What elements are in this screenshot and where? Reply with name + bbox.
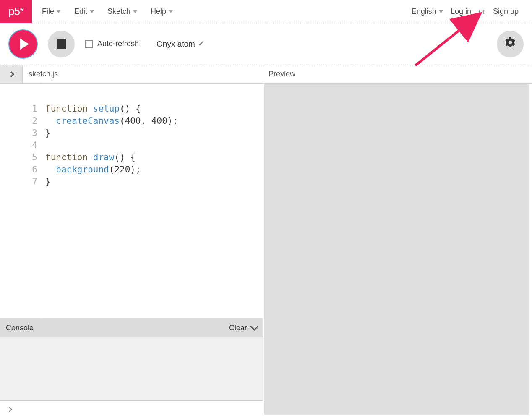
gear-icon: [504, 36, 516, 52]
login-link[interactable]: Log in: [451, 7, 471, 16]
sketch-name-text: Onyx atom: [156, 39, 195, 49]
menu-edit[interactable]: Edit: [74, 7, 94, 16]
preview-header: Preview: [263, 65, 532, 84]
menubar-right: English Log in or Sign up: [412, 7, 532, 16]
play-button[interactable]: [8, 29, 38, 59]
menubar: p5* File Edit Sketch Help English Log in…: [0, 0, 532, 23]
menu-help-label: Help: [151, 7, 166, 16]
toolbar: Auto-refresh Onyx atom: [0, 23, 532, 65]
signup-link[interactable]: Sign up: [493, 7, 519, 16]
stop-icon: [57, 39, 66, 49]
menu-edit-label: Edit: [74, 7, 87, 16]
or-text: or: [479, 7, 485, 16]
console-input-row[interactable]: [0, 400, 263, 418]
left-pane: sketch.js 1 2 3 4 5 6 7 function setup()…: [0, 65, 263, 418]
settings-button[interactable]: [497, 31, 524, 57]
line-number: 5: [0, 152, 37, 164]
autorefresh-label: Auto-refresh: [97, 39, 139, 48]
stop-button[interactable]: [48, 31, 75, 57]
chevron-right-icon: [8, 71, 14, 77]
preview-title: Preview: [269, 70, 295, 78]
language-label: English: [412, 7, 436, 16]
line-number: 7: [0, 176, 37, 188]
chevron-right-icon: [7, 407, 12, 412]
menu-help[interactable]: Help: [151, 7, 173, 16]
chevron-down-icon[interactable]: [250, 322, 258, 331]
caret-down-icon: [133, 10, 137, 13]
menu-sketch-label: Sketch: [107, 7, 130, 16]
sketch-name[interactable]: Onyx atom: [156, 39, 204, 49]
line-gutter: 1 2 3 4 5 6 7: [0, 84, 41, 318]
caret-down-icon: [169, 10, 173, 13]
caret-down-icon: [439, 10, 443, 13]
line-number: 3: [0, 127, 37, 139]
line-number: 6: [0, 164, 37, 176]
file-tabbar: sketch.js: [0, 65, 263, 84]
console-body[interactable]: [0, 337, 263, 400]
pencil-icon[interactable]: [198, 40, 204, 48]
right-pane: Preview: [263, 65, 532, 418]
play-icon: [20, 38, 29, 50]
code-editor[interactable]: 1 2 3 4 5 6 7 function setup() { createC…: [0, 84, 263, 318]
line-number: 1: [0, 103, 37, 115]
console-header-right: Clear: [229, 324, 257, 332]
menu-sketch[interactable]: Sketch: [107, 7, 137, 16]
menu-file-label: File: [42, 7, 54, 16]
code-content[interactable]: function setup() { createCanvas(400, 400…: [41, 84, 263, 318]
line-number: 2: [0, 115, 37, 127]
caret-down-icon: [90, 10, 94, 13]
console-clear-button[interactable]: Clear: [229, 324, 247, 332]
sidebar-expand-button[interactable]: [0, 65, 23, 83]
caret-down-icon: [57, 10, 61, 13]
language-selector[interactable]: English: [412, 7, 443, 16]
console-title: Console: [6, 324, 34, 332]
autorefresh-toggle[interactable]: Auto-refresh: [85, 39, 139, 48]
menu-file[interactable]: File: [42, 7, 61, 16]
main-split: sketch.js 1 2 3 4 5 6 7 function setup()…: [0, 65, 532, 418]
line-number: 4: [0, 139, 37, 152]
preview-canvas: [264, 84, 529, 415]
console-header[interactable]: Console Clear: [0, 318, 263, 337]
autorefresh-checkbox[interactable]: [85, 40, 93, 48]
current-filename[interactable]: sketch.js: [23, 65, 58, 83]
p5-logo[interactable]: p5*: [0, 0, 32, 23]
menu-items: File Edit Sketch Help: [32, 7, 173, 16]
